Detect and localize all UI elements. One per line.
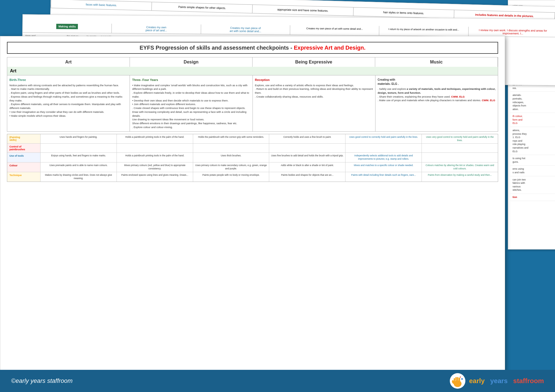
column-headers: Art Design Being Expressive Music bbox=[7, 57, 498, 67]
colour-row: Colour Uses premade paints and is able t… bbox=[7, 162, 498, 172]
svg-rect-4 bbox=[457, 377, 458, 383]
creating-materials-column: Creating withmaterials- ELG . . Safely u… bbox=[375, 75, 498, 131]
control-cell-4 bbox=[269, 144, 345, 152]
title-part2-red: Expressive Art and Design. bbox=[294, 45, 365, 51]
i-return-cell: I return to my piece of artwork on anoth… bbox=[379, 26, 469, 36]
colour-cell-1: Uses premade paints and is able to name … bbox=[41, 162, 117, 172]
svg-rect-5 bbox=[459, 378, 460, 383]
tools-row: Use of tools Enjoys using hands, feet an… bbox=[7, 153, 498, 162]
col-header-music: Music bbox=[375, 57, 498, 67]
making-skills-cell: Making skills bbox=[23, 23, 112, 33]
col-header-art: Art bbox=[7, 57, 130, 67]
control-cell-2 bbox=[117, 144, 193, 152]
birth-three-label: Birth-Three bbox=[9, 78, 127, 82]
logo-hand-icon bbox=[449, 373, 466, 389]
tools-cells: Enjoys using hands, feet and fingers to … bbox=[41, 153, 498, 162]
tools-cell-5: Independently selects additional tools t… bbox=[345, 153, 422, 162]
technique-label: Technique bbox=[7, 172, 41, 182]
painting-cell-3: Holds the paintbrush with the correct gr… bbox=[193, 134, 269, 144]
technique-cell-1: Makes marks by drawing circles and lines… bbox=[41, 172, 117, 182]
technique-row: Technique Makes marks by drawing circles… bbox=[7, 172, 498, 182]
technique-cell-3: Paints potato people with no body or mov… bbox=[193, 172, 269, 182]
control-cells bbox=[41, 144, 498, 152]
painting-cell-4: Correctly holds and uses a fine brush to… bbox=[269, 134, 345, 144]
technique-cell-2: Paints enclosed spaces using lines and g… bbox=[117, 172, 193, 182]
footer: ©early years staffroom early bbox=[0, 370, 555, 392]
right-row-8: ations,process they1. ELGrops androle pl… bbox=[510, 127, 555, 155]
control-label: Control ofpaintbrushes bbox=[7, 144, 41, 152]
bottom-skills-table: (Paintingskills) Uses hands and fingers … bbox=[7, 134, 498, 182]
control-cell-3 bbox=[193, 144, 269, 152]
content-grid: Birth-Three Notice patterns with strong … bbox=[7, 75, 498, 132]
right-row-10: ems usings and nails bbox=[510, 166, 555, 176]
tools-cell-4: Uses fine brushes to add detail and hold… bbox=[269, 153, 345, 162]
painting-cell-6: Uses very good control to correctly hold… bbox=[422, 134, 498, 144]
tools-cell-1: Enjoys using hands, feet and fingers to … bbox=[41, 153, 117, 162]
back-doc1-cell-4: hair styles or items onto features. bbox=[353, 7, 454, 18]
reception-label: Reception bbox=[255, 78, 373, 82]
birth-three-text: Notice patterns with strong contrasts an… bbox=[9, 83, 127, 118]
tools-cell-6 bbox=[422, 153, 498, 162]
logo-years: years bbox=[490, 377, 508, 385]
back-doc1-cell-3: appropriate size and have some features. bbox=[253, 5, 354, 16]
painting-row: (Paintingskills) Uses hands and fingers … bbox=[7, 134, 498, 144]
right-row-7: th colour,form andELG bbox=[510, 113, 555, 127]
footer-logo: early years staffroom bbox=[449, 373, 544, 389]
control-cell-6 bbox=[422, 144, 498, 152]
creates-my-own-cell-2: Creates my own piece ofart with some det… bbox=[201, 24, 290, 35]
logo-early: early bbox=[469, 377, 485, 385]
art-section-label: Art bbox=[7, 67, 498, 75]
painting-cell-5: Uses good control to correctly hold and … bbox=[345, 134, 422, 144]
colour-cell-3: Uses primary colours to make secondary c… bbox=[193, 162, 269, 172]
creates-my-own-cell-1: Creates my ownpiece of art and... bbox=[112, 24, 201, 34]
right-row-9: ts using hotguns. bbox=[510, 155, 555, 166]
making-skills-badge: Making skills bbox=[56, 24, 78, 29]
control-row: Control ofpaintbrushes bbox=[7, 144, 498, 153]
main-document: EYFS Progression of skills and assessmen… bbox=[0, 36, 505, 392]
technique-cell-5: Paints with detail including finer detai… bbox=[345, 172, 422, 182]
colour-cells: Uses premade paints and is able to name … bbox=[41, 162, 498, 172]
creates-cell-3: Creates my own piece of art with some de… bbox=[290, 25, 379, 35]
reception-column: Reception Explore, use and refine a vari… bbox=[253, 75, 375, 131]
creating-materials-label: Creating withmaterials- ELG . bbox=[378, 78, 496, 86]
logo-staffroom: staffroom bbox=[513, 377, 544, 385]
technique-cell-6: Paints from observation by making a care… bbox=[422, 172, 498, 182]
control-cell-1 bbox=[41, 144, 117, 152]
col-header-being-expressive: Being Expressive bbox=[253, 57, 375, 67]
control-cell-5 bbox=[345, 144, 422, 152]
birth-three-column: Birth-Three Notice patterns with strong … bbox=[7, 75, 130, 131]
back-doc1-cell-2: Paints simple shapes for other objects. bbox=[152, 2, 253, 13]
svg-point-7 bbox=[461, 378, 463, 380]
svg-point-8 bbox=[460, 376, 461, 378]
title-part1: EYFS Progression of skills and assessmen… bbox=[140, 45, 292, 51]
colour-cell-5: Mixes and matches to a specific colour o… bbox=[345, 162, 422, 172]
tools-cell-2: Holds a paintbrush printing tools in the… bbox=[117, 153, 193, 162]
col-header-design: Design bbox=[130, 57, 253, 67]
right-row-11: can join twofabrics withvariousstitches. bbox=[510, 176, 555, 194]
colour-cell-6: Colours matches by altering the tint or … bbox=[422, 162, 498, 172]
three-four-column: Three- Four Years • Make imaginative and… bbox=[130, 75, 253, 131]
painting-cells: Uses hands and fingers for painting. Hol… bbox=[41, 134, 498, 144]
technique-cells: Makes marks by drawing circles and lines… bbox=[41, 172, 498, 182]
logo-text: early years staffroom bbox=[469, 377, 544, 385]
colour-label: Colour bbox=[7, 162, 41, 172]
right-row-6: aterials-portraits,ndscapes,objects from… bbox=[510, 92, 555, 113]
footer-copyright: ©early years staffroom bbox=[11, 377, 73, 385]
three-four-label: Three- Four Years bbox=[132, 78, 250, 82]
reception-text: Explore, use and refine a variety of art… bbox=[255, 83, 373, 99]
technique-cell-4: Paints bodies and shapes for objects tha… bbox=[269, 172, 345, 182]
colour-cell-4: Adds white or black to alter a shade or … bbox=[269, 162, 345, 172]
painting-label: (Paintingskills) bbox=[7, 134, 41, 144]
i-review-cell: I review my own work. I discuss strength… bbox=[468, 27, 555, 37]
svg-rect-3 bbox=[455, 377, 457, 383]
right-row-12: tion bbox=[510, 194, 555, 201]
colour-cell-2: Mixes primary colours (red, yellow and b… bbox=[117, 162, 193, 172]
tools-cell-3: Uses thick brushes. bbox=[193, 153, 269, 162]
tools-label: Use of tools bbox=[7, 153, 41, 162]
painting-cell-2: Holds a paintbrush printing tools in the… bbox=[117, 134, 193, 144]
creating-materials-text: . Safely use and explore a variety of ma… bbox=[378, 87, 496, 102]
painting-cell-1: Uses hands and fingers for painting. bbox=[41, 134, 117, 144]
main-title: EYFS Progression of skills and assessmen… bbox=[7, 42, 498, 54]
back-doc1-cell-1: faces with basic features. bbox=[51, 0, 152, 11]
main-doc-inner: EYFS Progression of skills and assessmen… bbox=[0, 36, 505, 187]
